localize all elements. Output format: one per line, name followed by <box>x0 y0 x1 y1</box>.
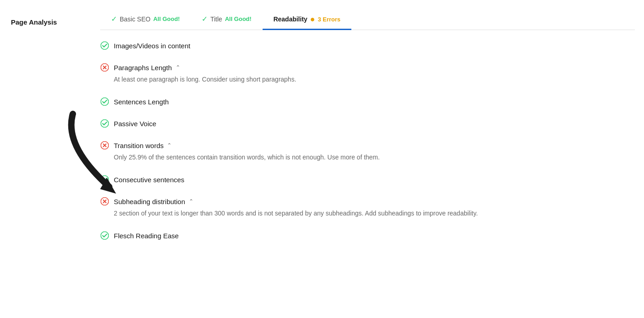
list-item: Sentences Length <box>100 91 635 113</box>
list-item: Flesch Reading Ease <box>100 225 635 246</box>
item-icon-flesch-reading <box>100 231 109 240</box>
list-item: Consecutive sentences <box>100 169 635 190</box>
item-label-transition-words: Transition words ⌃ <box>114 142 172 149</box>
list-item: Images/Videos in content <box>100 35 635 56</box>
item-label-paragraphs-length: Paragraphs Length ⌃ <box>114 64 180 72</box>
chevron-up-subheading: ⌃ <box>189 198 193 205</box>
tab-readability[interactable]: Readability ● 3 Errors <box>263 10 351 30</box>
tab-title-label: Title <box>210 15 222 23</box>
item-icon-subheading-distribution <box>100 197 109 206</box>
readability-dot-icon: ● <box>310 15 315 23</box>
basic-seo-check-icon: ✓ <box>111 15 117 23</box>
chevron-up-transition: ⌃ <box>167 142 172 149</box>
item-label-subheading-distribution: Subheading distribution ⌃ <box>114 198 193 205</box>
tab-readability-status: 3 Errors <box>318 16 340 23</box>
item-label-images-videos: Images/Videos in content <box>114 42 190 50</box>
chevron-up-paragraphs: ⌃ <box>176 64 180 71</box>
svg-point-6 <box>101 120 109 128</box>
item-label-sentences-length: Sentences Length <box>114 98 169 106</box>
svg-point-1 <box>101 42 109 50</box>
tab-title[interactable]: ✓ Title All Good! <box>191 9 262 30</box>
item-icon-passive-voice <box>100 119 109 128</box>
tab-basic-seo-label: Basic SEO <box>120 15 151 23</box>
title-check-icon: ✓ <box>202 15 208 23</box>
tab-readability-label: Readability <box>274 15 308 23</box>
tabs-container: ✓ Basic SEO All Good! ✓ Title All Good! … <box>100 9 635 30</box>
item-label-consecutive-sentences: Consecutive sentences <box>114 176 184 184</box>
tab-basic-seo[interactable]: ✓ Basic SEO All Good! <box>100 9 191 30</box>
page-title: Page Analysis <box>11 18 57 26</box>
item-icon-transition-words <box>100 141 109 150</box>
svg-point-14 <box>101 232 109 240</box>
item-icon-paragraphs-length <box>100 63 109 72</box>
tab-title-status: All Good! <box>225 15 252 22</box>
svg-point-5 <box>101 98 109 106</box>
list-item: Passive Voice <box>100 113 635 134</box>
item-icon-consecutive-sentences <box>100 175 109 184</box>
item-label-passive-voice: Passive Voice <box>114 120 156 128</box>
list-item: Transition words ⌃ Only 25.9% of the sen… <box>100 134 635 169</box>
item-desc-transition-words: Only 25.9% of the sentences contain tran… <box>114 153 635 162</box>
item-desc-paragraphs-length: At least one paragraph is long. Consider… <box>114 75 635 84</box>
svg-point-10 <box>101 176 109 184</box>
item-icon-images-videos <box>100 41 109 50</box>
tab-basic-seo-status: All Good! <box>153 15 180 22</box>
list-item: Subheading distribution ⌃ 2 section of y… <box>100 190 635 225</box>
items-list: Images/Videos in content <box>100 30 635 251</box>
item-label-flesch-reading: Flesch Reading Ease <box>114 232 179 240</box>
item-icon-sentences-length <box>100 97 109 106</box>
item-desc-subheading-distribution: 2 section of your text is longer than 30… <box>114 209 635 218</box>
list-item: Paragraphs Length ⌃ At least one paragra… <box>100 56 635 91</box>
